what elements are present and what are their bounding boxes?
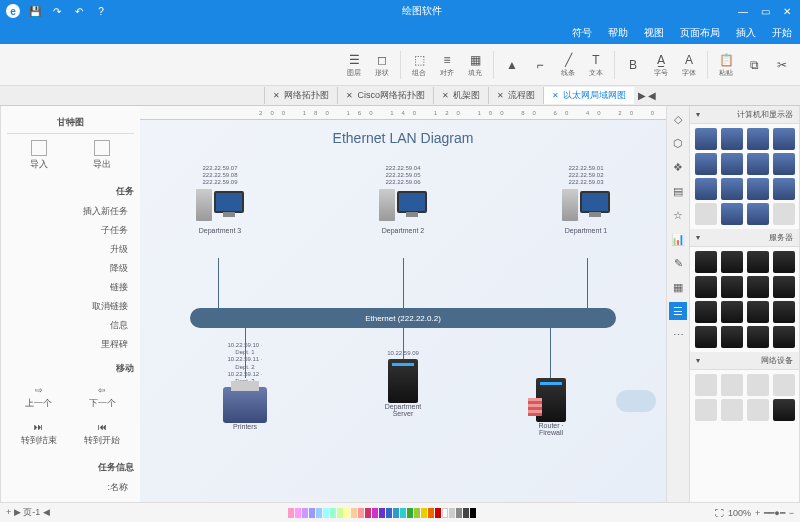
- zoom-slider[interactable]: ━●━━: [764, 508, 784, 518]
- min-btn[interactable]: —: [736, 4, 750, 18]
- tool-symbols[interactable]: ❖: [669, 158, 687, 176]
- line-btn[interactable]: ╱线条: [556, 49, 580, 81]
- shape-server[interactable]: [773, 251, 795, 273]
- node-dept1[interactable]: 222.22.59.01222.22.59.02222.22.59.03 Dep…: [556, 165, 616, 234]
- font-btn[interactable]: A字体: [677, 49, 701, 81]
- node-server[interactable]: 10.22.59.09 Department Server: [378, 350, 428, 417]
- tool-shapes[interactable]: ⬡: [669, 134, 687, 152]
- subtask[interactable]: 子任务: [7, 221, 134, 240]
- shape-server[interactable]: [747, 251, 769, 273]
- shape-server[interactable]: [695, 276, 717, 298]
- tab-next[interactable]: ▶: [638, 90, 646, 101]
- tool-stats[interactable]: 📊: [669, 230, 687, 248]
- zoom-in[interactable]: +: [755, 508, 760, 518]
- tool-more[interactable]: ⋯: [669, 326, 687, 344]
- lib-section-computers[interactable]: 计算机和显示器▾: [690, 106, 799, 124]
- node-dept3[interactable]: 222.22.59.07222.22.59.08222.22.59.09 Dep…: [190, 165, 250, 234]
- tool-gantt[interactable]: ☰: [669, 302, 687, 320]
- doc-tab[interactable]: 以太网局域网图✕: [543, 87, 634, 104]
- max-btn[interactable]: ▭: [758, 4, 772, 18]
- undo-icon[interactable]: ↶: [72, 4, 86, 18]
- shape-server[interactable]: [773, 326, 795, 348]
- tool-chart[interactable]: ▤: [669, 182, 687, 200]
- paste-btn[interactable]: 📋粘贴: [714, 49, 738, 81]
- tab-close-icon[interactable]: ✕: [442, 91, 449, 100]
- menu-layout[interactable]: 页面布局: [680, 26, 720, 40]
- group-btn[interactable]: ⬚组合: [407, 49, 431, 81]
- tab-close-icon[interactable]: ✕: [346, 91, 353, 100]
- shape-hub[interactable]: [695, 374, 717, 396]
- menu-start[interactable]: 开始: [772, 26, 792, 40]
- lib-section-servers[interactable]: 服务器▾: [690, 229, 799, 247]
- diagram-canvas[interactable]: Ethernet LAN Diagram 222.22.59.01222.22.…: [140, 120, 666, 502]
- redo-icon[interactable]: ↷: [50, 4, 64, 18]
- menu-symbol[interactable]: 符号: [572, 26, 592, 40]
- shape-pda[interactable]: [773, 203, 795, 225]
- node-router[interactable]: Router · Firewall: [526, 378, 576, 436]
- pointer-btn[interactable]: ▲: [500, 49, 524, 81]
- shape-laptop[interactable]: [721, 203, 743, 225]
- shape-modem[interactable]: [773, 399, 795, 421]
- color-palette[interactable]: [288, 508, 476, 518]
- tab-close-icon[interactable]: ✕: [552, 91, 559, 100]
- shape-server[interactable]: [721, 301, 743, 323]
- shape-tablet[interactable]: [695, 153, 717, 175]
- fit-icon[interactable]: ⛶: [715, 508, 724, 518]
- shape-monitor[interactable]: [695, 178, 717, 200]
- shape-disk[interactable]: [695, 203, 717, 225]
- goto-start[interactable]: ⏮转到开始: [84, 422, 120, 447]
- shape-pc[interactable]: [773, 128, 795, 150]
- menu-help[interactable]: 帮助: [608, 26, 628, 40]
- next-btn[interactable]: ⇦下一个: [89, 385, 116, 410]
- shape-btn[interactable]: ◻形状: [370, 49, 394, 81]
- cloud-icon[interactable]: [616, 390, 656, 412]
- shape-server[interactable]: [695, 326, 717, 348]
- shape-screen[interactable]: [747, 203, 769, 225]
- tab-close-icon[interactable]: ✕: [273, 91, 280, 100]
- shape-tower[interactable]: [773, 301, 795, 323]
- export-btn[interactable]: 导出: [93, 140, 111, 171]
- copy-btn[interactable]: ⧉: [742, 49, 766, 81]
- doc-tab[interactable]: 网络拓扑图✕: [264, 87, 337, 104]
- shape-switch[interactable]: [747, 374, 769, 396]
- shape-server[interactable]: [747, 326, 769, 348]
- tab-close-icon[interactable]: ✕: [497, 91, 504, 100]
- shape-laptop[interactable]: [695, 128, 717, 150]
- shape-nas[interactable]: [695, 301, 717, 323]
- node-printers[interactable]: 10.22.59.10 · Dept. 110.22.59.11 · Dept.…: [220, 342, 270, 430]
- cut-btn[interactable]: ✂: [770, 49, 794, 81]
- size-btn[interactable]: A̲字号: [649, 49, 673, 81]
- info[interactable]: 信息: [7, 316, 134, 335]
- fill-btn[interactable]: ▦填充: [463, 49, 487, 81]
- save-icon[interactable]: 💾: [28, 4, 42, 18]
- ethernet-bus[interactable]: Ethernet (222.22.0.2): [190, 308, 616, 328]
- shape-server[interactable]: [747, 276, 769, 298]
- shape-camera[interactable]: [747, 399, 769, 421]
- lib-section-network[interactable]: 网络设备▾: [690, 352, 799, 370]
- help-icon[interactable]: ?: [94, 4, 108, 18]
- shape-pc[interactable]: [773, 178, 795, 200]
- goto-end[interactable]: ⏭转到结束: [21, 422, 57, 447]
- shape-projector[interactable]: [721, 374, 743, 396]
- bold-btn[interactable]: B: [621, 49, 645, 81]
- canvas-area[interactable]: 0 20 40 60 80 100 120 140 160 180 200 Et…: [140, 106, 666, 502]
- shape-server[interactable]: [721, 276, 743, 298]
- shape-screen[interactable]: [747, 178, 769, 200]
- shape-server[interactable]: [773, 276, 795, 298]
- import-btn[interactable]: 导入: [30, 140, 48, 171]
- tool-icon[interactable]: ☆: [669, 206, 687, 224]
- shape-laptop[interactable]: [721, 178, 743, 200]
- promote[interactable]: 升级: [7, 240, 134, 259]
- layer-btn[interactable]: ☰图层: [342, 49, 366, 81]
- zoom-out[interactable]: −: [789, 508, 794, 518]
- align-btn[interactable]: ≡对齐: [435, 49, 459, 81]
- shape-server[interactable]: [747, 301, 769, 323]
- shape-rack[interactable]: [721, 251, 743, 273]
- doc-tab[interactable]: 机架图✕: [433, 87, 488, 104]
- shape-router[interactable]: [773, 374, 795, 396]
- demote[interactable]: 降级: [7, 259, 134, 278]
- page-tabs[interactable]: ◀ 页-1 ▶ +: [6, 506, 50, 519]
- doc-tab[interactable]: 流程图✕: [488, 87, 543, 104]
- prev-btn[interactable]: ⇨上一个: [25, 385, 52, 410]
- menu-insert[interactable]: 插入: [736, 26, 756, 40]
